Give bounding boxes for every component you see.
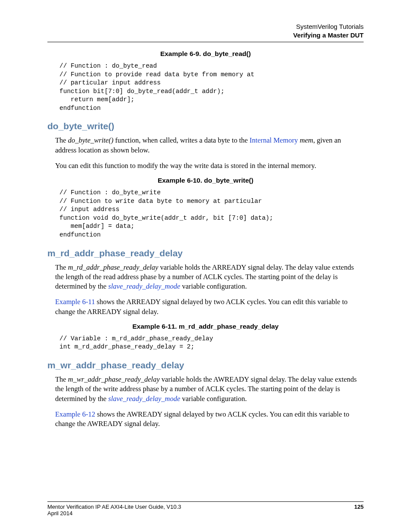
header-rule bbox=[47, 42, 364, 42]
link-internal-memory[interactable]: Internal Memory bbox=[249, 136, 298, 144]
text: shows the AWREADY signal delayed by two … bbox=[55, 410, 349, 428]
example-6-9-title: Example 6-9. do_byte_read() bbox=[47, 50, 364, 58]
link-slave-ready-delay-mode[interactable]: slave_ready_delay_mode bbox=[108, 282, 180, 290]
footer-date: April 2014 bbox=[47, 510, 364, 516]
para-m-wr-1: The m_wr_addr_phase_ready_delay variable… bbox=[55, 375, 364, 404]
link-example-6-11[interactable]: Example 6-11 bbox=[55, 298, 95, 306]
page-footer: Mentor Verification IP AE AXI4-Lite User… bbox=[47, 501, 364, 516]
heading-m-rd-addr-phase-ready-delay: m_rd_addr_phase_ready_delay bbox=[47, 248, 364, 258]
para-m-rd-1: The m_rd_addr_phase_ready_delay variable… bbox=[55, 263, 364, 292]
code-do-byte-write: // Function : do_byte_write // Function … bbox=[59, 189, 364, 239]
text: The bbox=[55, 375, 68, 383]
var-name: m_wr_addr_phase_ready_delay bbox=[68, 375, 160, 383]
footer-guide-title: Mentor Verification IP AE AXI4-Lite User… bbox=[47, 504, 181, 510]
page-number: 125 bbox=[354, 504, 364, 510]
link-example-6-12[interactable]: Example 6-12 bbox=[55, 410, 95, 418]
header-line-2: Verifying a Master DUT bbox=[47, 31, 364, 40]
function-name: do_byte_write() bbox=[68, 136, 113, 144]
text: variable configuration. bbox=[180, 282, 246, 290]
header-line-1: SystemVerilog Tutorials bbox=[47, 22, 364, 31]
var-name: m_rd_addr_phase_ready_delay bbox=[68, 263, 159, 271]
page-header: SystemVerilog Tutorials Verifying a Mast… bbox=[47, 22, 364, 39]
text: The bbox=[55, 136, 68, 144]
link-slave-ready-delay-mode-2[interactable]: slave_ready_delay_mode bbox=[108, 395, 180, 403]
example-6-11-title: Example 6-11. m_rd_addr_phase_ready_dela… bbox=[47, 323, 364, 330]
example-6-10-title: Example 6-10. do_byte_write() bbox=[47, 177, 364, 184]
para-do-byte-write-1: The do_byte_write() function, when calle… bbox=[55, 136, 364, 155]
text: variable configuration. bbox=[180, 395, 246, 403]
heading-do-byte-write: do_byte_write() bbox=[47, 121, 364, 131]
text: shows the ARREADY signal delayed by two … bbox=[55, 298, 348, 315]
para-m-wr-2: Example 6-12 shows the AWREADY signal de… bbox=[55, 410, 364, 429]
page-container: SystemVerilog Tutorials Verifying a Mast… bbox=[0, 0, 411, 532]
text: The bbox=[55, 263, 68, 271]
text: function, when called, writes a data byt… bbox=[113, 136, 249, 144]
para-do-byte-write-2: You can edit this function to modify the… bbox=[55, 161, 364, 171]
var-mem: mem bbox=[300, 136, 313, 144]
footer-rule bbox=[47, 501, 364, 502]
code-do-byte-read: // Function : do_byte_read // Function t… bbox=[59, 62, 364, 112]
code-m-rd-delay: // Variable : m_rd_addr_phase_ready_dela… bbox=[59, 335, 364, 352]
para-m-rd-2: Example 6-11 shows the ARREADY signal de… bbox=[55, 297, 364, 317]
heading-m-wr-addr-phase-ready-delay: m_wr_addr_phase_ready_delay bbox=[47, 360, 364, 370]
